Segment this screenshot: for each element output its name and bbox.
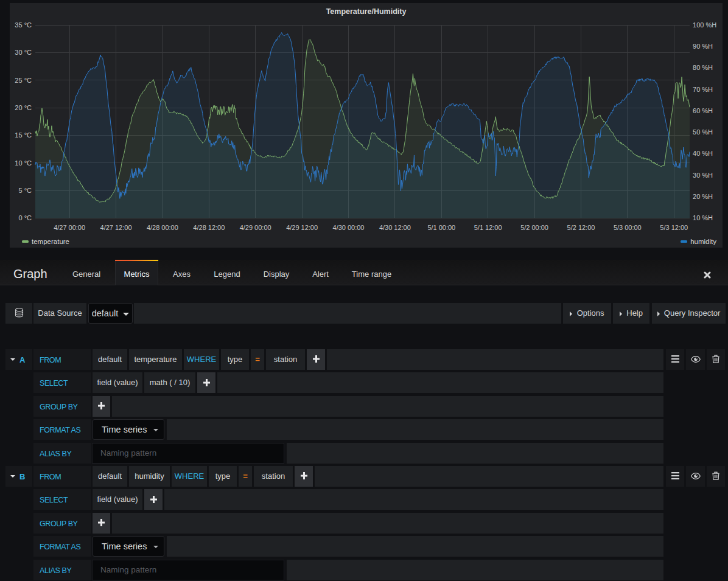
svg-text:15 °C: 15 °C — [15, 131, 32, 139]
svg-text:80 %H: 80 %H — [693, 64, 713, 71]
svg-text:0 °C: 0 °C — [18, 214, 32, 221]
svg-text:60 %H: 60 %H — [693, 107, 713, 114]
svg-text:5/3 12:00: 5/3 12:00 — [660, 224, 688, 231]
svg-text:5/1 00:00: 5/1 00:00 — [427, 224, 455, 231]
svg-text:5/2 12:00: 5/2 12:00 — [567, 224, 595, 231]
svg-text:30 %H: 30 %H — [693, 172, 713, 179]
svg-text:5/1 12:00: 5/1 12:00 — [474, 224, 502, 231]
svg-text:4/28 12:00: 4/28 12:00 — [193, 224, 225, 231]
svg-text:10 °C: 10 °C — [15, 159, 32, 167]
svg-text:40 %H: 40 %H — [693, 150, 713, 157]
svg-text:35 °C: 35 °C — [15, 21, 32, 29]
svg-text:4/29 00:00: 4/29 00:00 — [240, 224, 271, 231]
svg-text:50 %H: 50 %H — [693, 128, 713, 136]
svg-text:4/27 12:00: 4/27 12:00 — [100, 224, 132, 231]
svg-text:5/2 00:00: 5/2 00:00 — [520, 224, 548, 231]
svg-text:90 %H: 90 %H — [693, 43, 713, 50]
svg-text:30 °C: 30 °C — [15, 49, 32, 56]
svg-text:4/29 12:00: 4/29 12:00 — [286, 224, 318, 231]
svg-text:5/3 00:00: 5/3 00:00 — [614, 224, 642, 231]
svg-text:4/28 00:00: 4/28 00:00 — [147, 224, 178, 231]
svg-text:4/30 12:00: 4/30 12:00 — [379, 224, 411, 231]
svg-text:20 °C: 20 °C — [15, 104, 32, 111]
svg-text:20 %H: 20 %H — [693, 193, 713, 200]
svg-text:100 %H: 100 %H — [693, 21, 716, 29]
svg-text:4/30 00:00: 4/30 00:00 — [333, 224, 365, 231]
svg-text:25 °C: 25 °C — [15, 77, 32, 84]
svg-text:70 %H: 70 %H — [693, 86, 713, 93]
svg-text:10 %H: 10 %H — [693, 214, 713, 221]
svg-text:5 °C: 5 °C — [18, 187, 32, 194]
svg-text:4/27 00:00: 4/27 00:00 — [54, 224, 85, 231]
